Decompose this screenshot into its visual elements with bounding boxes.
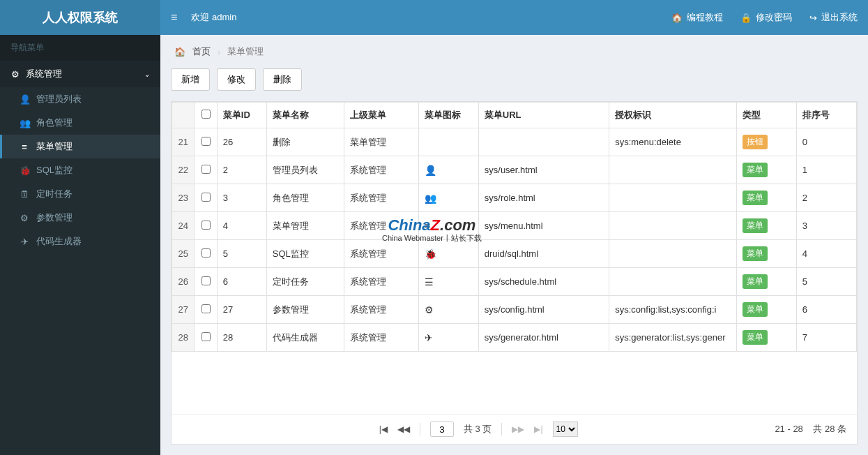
cell-auth: sys:generator:list,sys:gener (609, 324, 736, 352)
cell-url: sys/generator.html (478, 324, 609, 352)
cell-icon: 👥 (418, 184, 478, 212)
row-checkbox[interactable] (201, 276, 211, 285)
lock-icon: 🔒 (740, 13, 752, 23)
row-checkbox[interactable] (201, 165, 211, 174)
cell-id: 27 (217, 296, 266, 324)
col-name[interactable]: 菜单名称 (266, 103, 344, 128)
sidebar-group-system[interactable]: ⚙ 系统管理 ⌄ (0, 61, 160, 87)
cell-icon: ≡ (418, 212, 478, 240)
cell-type: 菜单 (736, 156, 796, 184)
pager-next[interactable]: ▶▶ (512, 424, 524, 434)
sidebar-item[interactable]: 🗓定时任务 (0, 182, 160, 206)
cell-name: 删除 (266, 128, 344, 156)
link-logout[interactable]: ↪ 退出系统 (809, 11, 858, 24)
pager-page-size[interactable]: 10 (553, 422, 578, 437)
cell-icon: ☰ (418, 268, 478, 296)
cell-parent: 系统管理 (344, 268, 418, 296)
menu-icon: 🐞 (20, 165, 29, 176)
table-row[interactable]: 266定时任务系统管理☰sys/schedule.html菜单5 (172, 268, 857, 296)
cell-id: 5 (217, 240, 266, 268)
pager-divider (501, 423, 502, 435)
row-checkbox[interactable] (201, 248, 211, 258)
hamburger-icon[interactable]: ≡ (171, 11, 177, 24)
table-row[interactable]: 255SQL监控系统管理🐞druid/sql.html菜单4 (172, 240, 857, 268)
cell-icon: 🐞 (418, 240, 478, 268)
pager-range: 21 - 28 (775, 424, 802, 434)
chevron-down-icon: ⌄ (144, 70, 150, 78)
welcome-text: 欢迎 admin (191, 11, 236, 24)
sidebar-item[interactable]: 👤管理员列表 (0, 87, 160, 111)
col-url[interactable]: 菜单URL (478, 103, 609, 128)
cell-name: 角色管理 (266, 184, 344, 212)
row-checkbox[interactable] (201, 193, 211, 202)
row-checkbox[interactable] (201, 221, 211, 230)
cell-rownum: 26 (172, 268, 195, 296)
pager-prev[interactable]: ◀◀ (397, 424, 410, 434)
table-row[interactable]: 233角色管理系统管理👥sys/role.html菜单2 (172, 184, 857, 212)
home-icon: 🏠 (174, 47, 185, 57)
cell-auth (609, 268, 736, 296)
cell-icon: ⚙ (418, 296, 478, 324)
link-tutorial[interactable]: 🏠 编程教程 (671, 11, 723, 24)
sidebar-item-label: 菜单管理 (36, 140, 73, 153)
row-checkbox[interactable] (201, 304, 211, 313)
table-row[interactable]: 222管理员列表系统管理👤sys/user.html菜单1 (172, 156, 857, 184)
add-button[interactable]: 新增 (171, 68, 210, 91)
cell-icon (418, 128, 478, 156)
col-type[interactable]: 类型 (736, 103, 796, 128)
pager-last[interactable]: ▶| (534, 424, 542, 434)
row-checkbox[interactable] (201, 332, 211, 341)
sidebar-item-label: 定时任务 (36, 188, 73, 200)
table-row[interactable]: 2126删除菜单管理sys:menu:delete按钮0 (172, 128, 857, 156)
menu-icon: ✈ (20, 237, 29, 247)
cell-id: 6 (217, 268, 266, 296)
sidebar-item-label: 管理员列表 (36, 93, 82, 105)
sidebar-item[interactable]: ≡菜单管理 (0, 135, 160, 158)
cell-url: druid/sql.html (478, 240, 609, 268)
cell-type: 按钮 (736, 128, 796, 156)
table-row[interactable]: 2727参数管理系统管理⚙sys/config.htmlsys:config:l… (172, 296, 857, 324)
menu-icon: 👤 (20, 94, 29, 105)
cell-auth: sys:menu:delete (609, 128, 736, 156)
col-id[interactable]: 菜单ID (217, 103, 266, 128)
table-row[interactable]: 244菜单管理系统管理≡sys/menu.html菜单3 (172, 212, 857, 240)
menu-icon: 👥 (20, 118, 29, 128)
cell-name: 菜单管理 (266, 212, 344, 240)
col-sort[interactable]: 排序号 (796, 103, 856, 128)
cell-type: 菜单 (736, 212, 796, 240)
pager-divider (420, 423, 420, 435)
cell-type: 菜单 (736, 296, 796, 324)
cell-id: 4 (217, 212, 266, 240)
edit-button[interactable]: 修改 (217, 68, 256, 91)
checkbox-all[interactable] (201, 110, 211, 119)
row-checkbox[interactable] (201, 137, 211, 146)
cell-rownum: 28 (172, 324, 195, 352)
col-parent[interactable]: 上级菜单 (344, 103, 418, 128)
cell-auth (609, 184, 736, 212)
table-row[interactable]: 2828代码生成器系统管理✈sys/generator.htmlsys:gene… (172, 324, 857, 352)
cell-url: sys/menu.html (478, 212, 609, 240)
cell-id: 3 (217, 184, 266, 212)
sidebar-item[interactable]: ✈代码生成器 (0, 230, 160, 253)
sidebar-item[interactable]: 👥角色管理 (0, 111, 160, 135)
col-auth[interactable]: 授权标识 (609, 103, 736, 128)
pager-first[interactable]: |◀ (379, 424, 388, 434)
cell-name: SQL监控 (266, 240, 344, 268)
cell-sort: 2 (796, 184, 856, 212)
cell-icon: ✈ (418, 324, 478, 352)
pager-page-input[interactable] (430, 422, 454, 437)
col-icon[interactable]: 菜单图标 (418, 103, 478, 128)
sidebar-item-label: 参数管理 (36, 211, 73, 224)
breadcrumb-separator: › (218, 47, 220, 57)
cell-url: sys/schedule.html (478, 268, 609, 296)
cell-type: 菜单 (736, 268, 796, 296)
sidebar-item[interactable]: 🐞SQL监控 (0, 158, 160, 182)
cell-url (478, 128, 609, 156)
cell-parent: 系统管理 (344, 212, 418, 240)
cell-type: 菜单 (736, 324, 796, 352)
sidebar-item[interactable]: ⚙参数管理 (0, 206, 160, 230)
breadcrumb-home[interactable]: 首页 (192, 45, 211, 58)
link-change-password[interactable]: 🔒 修改密码 (740, 11, 792, 24)
delete-button[interactable]: 删除 (263, 68, 302, 91)
sidebar-item-label: SQL监控 (36, 164, 73, 177)
